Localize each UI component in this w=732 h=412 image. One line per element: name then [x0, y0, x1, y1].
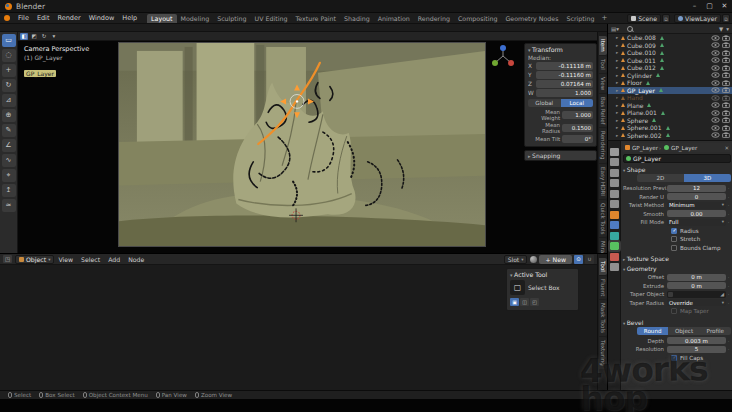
- decorator-dot[interactable]: ·: [726, 274, 731, 280]
- search-icon[interactable]: [627, 26, 633, 32]
- disable-render-camera-icon[interactable]: [722, 42, 730, 48]
- disable-render-camera-icon[interactable]: [722, 65, 730, 71]
- properties-tab-icon[interactable]: [610, 190, 619, 198]
- workspace-tab[interactable]: Scripting: [563, 14, 599, 23]
- sidebar-tab[interactable]: Easy HDRI: [599, 164, 607, 199]
- new-material-button[interactable]: New: [539, 255, 572, 264]
- texture-space-panel-header[interactable]: Texture Space: [623, 255, 731, 262]
- header-icon[interactable]: ◧: [20, 33, 28, 40]
- disable-render-camera-icon[interactable]: [722, 110, 730, 116]
- sidebar-tab[interactable]: Tool: [599, 258, 607, 275]
- workspace-tab[interactable]: Animation: [374, 14, 414, 23]
- tool-button[interactable]: +: [2, 64, 16, 77]
- workspace-tab[interactable]: Geometry Nodes: [501, 14, 562, 23]
- decorator-dot[interactable]: ·: [726, 291, 731, 297]
- eyedropper-icon[interactable]: ◢: [720, 291, 724, 297]
- decorator-dot[interactable]: ·: [726, 202, 731, 208]
- workspace-tab[interactable]: Sculpting: [213, 14, 250, 23]
- outliner-row[interactable]: ▸ Cylinder: [608, 72, 732, 80]
- properties-tab-icon[interactable]: [610, 221, 619, 229]
- workspace-tab[interactable]: UV Editing: [251, 14, 292, 23]
- sidebar-tab[interactable]: Item: [599, 36, 607, 55]
- sidebar-tab[interactable]: Texturing: [599, 337, 607, 369]
- mean-value-field[interactable]: 1.000: [562, 111, 593, 119]
- sidebar-tab[interactable]: Fluent: [599, 276, 607, 300]
- header-icon[interactable]: ▾: [50, 33, 58, 40]
- hide-eye-icon[interactable]: [711, 80, 720, 86]
- hide-eye-icon[interactable]: [711, 35, 720, 41]
- outliner-row[interactable]: ▸ Sphere.001: [608, 124, 732, 132]
- sidebar-tab[interactable]: Mask Tools: [599, 300, 607, 336]
- properties-tab-icon[interactable]: [610, 200, 619, 208]
- disable-render-camera-icon[interactable]: [722, 87, 730, 93]
- disable-render-camera-icon[interactable]: [722, 95, 730, 101]
- workspace-tab[interactable]: Layout: [147, 14, 176, 23]
- axis-value-field[interactable]: -0.11118 m: [536, 62, 593, 70]
- outliner-row[interactable]: ▸ Cube.009: [608, 42, 732, 50]
- hide-eye-icon[interactable]: [711, 65, 720, 71]
- select-set-icon[interactable]: ▣: [510, 298, 519, 306]
- decorator-dot[interactable]: ·: [726, 283, 731, 289]
- options-icon[interactable]: ▾: [726, 26, 729, 32]
- decorator-dot[interactable]: ·: [726, 346, 731, 352]
- properties-tab-icon[interactable]: [610, 253, 619, 261]
- bevel-type-option[interactable]: Object: [668, 327, 699, 335]
- tool-button[interactable]: ↥: [2, 184, 16, 197]
- bevel-type-option[interactable]: Profile: [700, 327, 731, 335]
- decorator-dot[interactable]: ·: [726, 338, 731, 344]
- disable-render-camera-icon[interactable]: [722, 117, 730, 123]
- hide-eye-icon[interactable]: [711, 87, 720, 93]
- decorator-dot[interactable]: ·: [726, 185, 731, 191]
- mean-value-field[interactable]: 0°: [562, 135, 593, 143]
- checkbox[interactable]: [671, 245, 677, 251]
- snapping-panel-header[interactable]: Snapping: [524, 150, 597, 161]
- new-view-layer-button[interactable]: ⧉: [722, 14, 730, 23]
- properties-tab-icon[interactable]: [610, 158, 619, 166]
- sidebar-tab[interactable]: Rendering: [599, 128, 607, 163]
- property-value-field[interactable]: Minimum: [667, 202, 726, 209]
- tool-button[interactable]: ↻: [2, 79, 16, 92]
- app-menu-icon[interactable]: [4, 15, 10, 21]
- header-icon[interactable]: ↻: [40, 33, 48, 40]
- outliner-row[interactable]: ▸ Sphere.002: [608, 132, 732, 140]
- geometry-panel-header[interactable]: Geometry: [623, 265, 731, 272]
- new-scene-button[interactable]: ⧉: [662, 14, 670, 23]
- outliner-row[interactable]: ▸ Cube.010: [608, 49, 732, 57]
- shader-mode-dropdown[interactable]: Object ▾: [15, 255, 54, 264]
- checkbox[interactable]: [671, 355, 677, 361]
- taper-radius-dropdown[interactable]: Override: [667, 299, 726, 306]
- shader-menu-item[interactable]: Node: [124, 256, 148, 263]
- scene-selector[interactable]: Scene: [627, 14, 661, 23]
- transform-panel-header[interactable]: Transform: [528, 46, 593, 53]
- properties-tab-icon[interactable]: [610, 263, 619, 271]
- property-value-field[interactable]: 0 m: [667, 282, 726, 289]
- outliner-row[interactable]: ▸ Plane.001: [608, 109, 732, 117]
- properties-tab-icon[interactable]: [610, 148, 619, 156]
- property-value-field[interactable]: Full: [667, 219, 726, 226]
- mean-value-field[interactable]: 0.1500: [562, 124, 593, 132]
- outliner-row[interactable]: ▸ Cube.012: [608, 64, 732, 72]
- dimension-option[interactable]: 2D: [637, 174, 684, 182]
- tool-button[interactable]: ≈: [2, 199, 16, 212]
- pin-toggle[interactable]: ⊙: [574, 255, 583, 264]
- workspace-tab[interactable]: Shading: [340, 14, 374, 23]
- sidebar-tab[interactable]: Quick Tools: [599, 200, 607, 237]
- tool-button[interactable]: ▭: [2, 34, 16, 47]
- tool-button[interactable]: ✎: [2, 124, 16, 137]
- outliner-row[interactable]: ▸ Floor: [608, 79, 732, 87]
- menu-item[interactable]: Edit: [33, 13, 54, 23]
- rename-field-highlight[interactable]: GP_Layer: [24, 70, 56, 77]
- active-tool-header[interactable]: Active Tool: [510, 271, 575, 278]
- checkbox[interactable]: [671, 308, 677, 314]
- disable-render-camera-icon[interactable]: [722, 72, 730, 78]
- axis-value-field[interactable]: 1.000: [536, 89, 593, 97]
- orientation-option[interactable]: Local: [561, 99, 594, 107]
- shape-panel-header[interactable]: Shape: [623, 166, 731, 173]
- close-icon[interactable]: ✕: [724, 145, 729, 151]
- hide-eye-icon[interactable]: [711, 132, 720, 138]
- add-workspace-button[interactable]: +: [599, 14, 611, 22]
- tool-button[interactable]: ⌖: [2, 169, 16, 182]
- disable-render-camera-icon[interactable]: [722, 132, 730, 138]
- sidebar-tab[interactable]: Bas Relief: [599, 94, 607, 128]
- viewport-canvas[interactable]: Camera Perspective (1) GP_Layer GP_Layer…: [18, 41, 597, 253]
